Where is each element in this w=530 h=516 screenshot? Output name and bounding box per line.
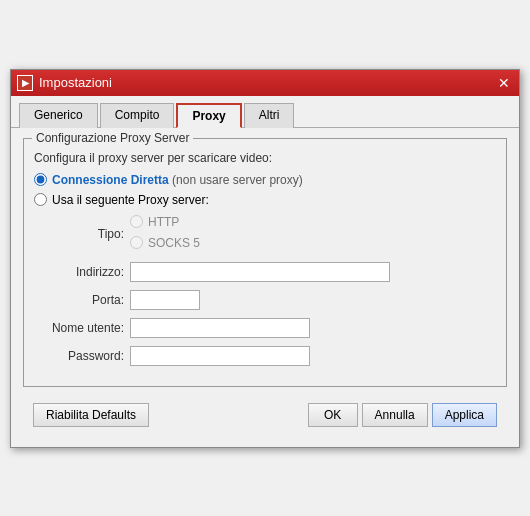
porta-label: Porta: xyxy=(44,293,124,307)
radio-use-proxy[interactable] xyxy=(34,193,47,206)
tab-compito[interactable]: Compito xyxy=(100,103,175,128)
proxy-description: Configura il proxy server per scaricare … xyxy=(34,151,496,165)
radio-use-proxy-label[interactable]: Usa il seguente Proxy server: xyxy=(52,193,209,207)
radio-direct-bold: Connessione Diretta xyxy=(52,173,169,187)
title-bar-left: ▶ Impostazioni xyxy=(17,75,112,91)
apply-button[interactable]: Applica xyxy=(432,403,497,427)
http-label: HTTP xyxy=(148,215,179,229)
right-buttons: OK Annulla Applica xyxy=(308,403,497,427)
porta-input[interactable] xyxy=(130,290,200,310)
app-icon: ▶ xyxy=(17,75,33,91)
group-box-title: Configurazione Proxy Server xyxy=(32,131,193,145)
indirizzo-label: Indirizzo: xyxy=(44,265,124,279)
indirizzo-input[interactable] xyxy=(130,262,390,282)
left-buttons: Riabilita Defaults xyxy=(33,403,149,427)
proxy-form: Tipo: HTTP SOCKS 5 xyxy=(34,215,496,366)
http-option-row: HTTP xyxy=(130,215,200,229)
tab-content: Configurazione Proxy Server Configura il… xyxy=(11,128,519,447)
radio-direct-rest: (non usare server proxy) xyxy=(169,173,303,187)
window-title: Impostazioni xyxy=(39,75,112,90)
reset-defaults-button[interactable]: Riabilita Defaults xyxy=(33,403,149,427)
cancel-button[interactable]: Annulla xyxy=(362,403,428,427)
socks5-label: SOCKS 5 xyxy=(148,236,200,250)
tipo-row: Tipo: HTTP SOCKS 5 xyxy=(44,215,496,254)
radio-proxy-row: Usa il seguente Proxy server: xyxy=(34,193,496,207)
title-bar: ▶ Impostazioni ✕ xyxy=(11,70,519,96)
main-window: ▶ Impostazioni ✕ Generico Compito Proxy … xyxy=(10,69,520,448)
tab-generico[interactable]: Generico xyxy=(19,103,98,128)
password-label: Password: xyxy=(44,349,124,363)
ok-button[interactable]: OK xyxy=(308,403,358,427)
radio-http xyxy=(130,215,143,228)
password-input[interactable] xyxy=(130,346,310,366)
tipo-options: HTTP SOCKS 5 xyxy=(130,215,200,254)
proxy-group-box: Configurazione Proxy Server Configura il… xyxy=(23,138,507,387)
radio-direct-row: Connessione Diretta (non usare server pr… xyxy=(34,173,496,187)
tipo-label: Tipo: xyxy=(44,227,124,241)
radio-direct[interactable] xyxy=(34,173,47,186)
radio-socks5 xyxy=(130,236,143,249)
nome-utente-row: Nome utente: xyxy=(44,318,496,338)
close-button[interactable]: ✕ xyxy=(495,74,513,92)
socks5-option-row: SOCKS 5 xyxy=(130,236,200,250)
tab-altri[interactable]: Altri xyxy=(244,103,295,128)
tabs-bar: Generico Compito Proxy Altri xyxy=(11,96,519,128)
tab-proxy[interactable]: Proxy xyxy=(176,103,241,128)
group-content: Configura il proxy server per scaricare … xyxy=(34,151,496,366)
indirizzo-row: Indirizzo: xyxy=(44,262,496,282)
radio-direct-label[interactable]: Connessione Diretta (non usare server pr… xyxy=(52,173,303,187)
buttons-area: Riabilita Defaults OK Annulla Applica xyxy=(23,397,507,435)
porta-row: Porta: xyxy=(44,290,496,310)
nome-utente-label: Nome utente: xyxy=(44,321,124,335)
nome-utente-input[interactable] xyxy=(130,318,310,338)
password-row: Password: xyxy=(44,346,496,366)
